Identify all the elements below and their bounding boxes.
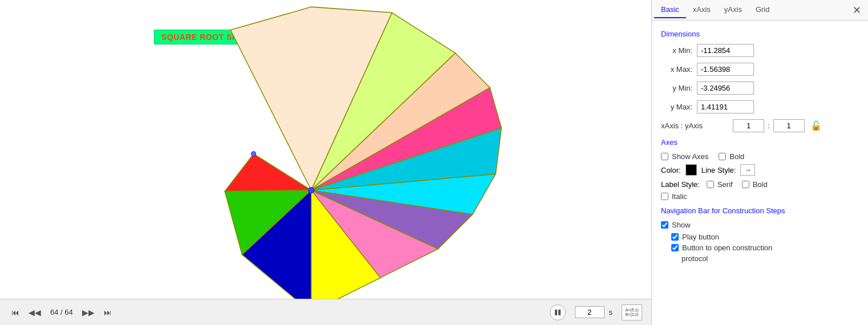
close-panel-button[interactable]: ✕ <box>848 3 866 18</box>
speed-unit-label: s <box>609 308 613 316</box>
nav-section-title: Navigation Bar for Construction Steps <box>661 206 859 215</box>
italic-row: Italic <box>661 192 859 201</box>
protocol-label: protocol <box>682 254 708 263</box>
main-canvas-area: SQUARE ROOT SPIRAL(IRRATIONAL NUMBER) <box>0 0 651 325</box>
y-ratio-input[interactable] <box>773 119 805 132</box>
x-max-label: x Max: <box>661 65 692 74</box>
show-axes-checkbox[interactable] <box>661 153 668 160</box>
show-nav-row: Show <box>661 221 859 229</box>
x-ratio-input[interactable] <box>733 119 764 132</box>
color-picker-box[interactable] <box>686 164 697 176</box>
tab-grid[interactable]: Grid <box>749 2 777 18</box>
open-construction-row: Button to open construction <box>661 243 859 252</box>
play-button-row: Play button <box>661 233 859 241</box>
pause-button[interactable] <box>550 304 566 320</box>
tab-xaxis[interactable]: xAxis <box>686 2 717 18</box>
open-construction-checkbox[interactable] <box>671 244 679 251</box>
y-min-label: y Min: <box>661 84 692 92</box>
italic-checkbox[interactable] <box>661 193 668 200</box>
label-style-row: Label Style: Serif Bold <box>661 180 859 189</box>
x-min-input[interactable] <box>697 44 754 57</box>
nav-next-button[interactable]: ▶▶ <box>80 307 97 318</box>
axes-section-title: Axes <box>661 138 859 147</box>
serif-checkbox[interactable] <box>707 181 714 188</box>
y-min-input[interactable] <box>697 82 754 95</box>
x-min-row: x Min: <box>661 44 859 57</box>
y-max-label: y Max: <box>661 103 692 111</box>
x-max-row: x Max: <box>661 63 859 76</box>
nav-prev-button[interactable]: ◀◀ <box>26 307 43 318</box>
axis-ratio-row: xAxis : yAxis : 🔓 <box>661 119 859 132</box>
open-construction-label: Button to open construction <box>682 243 772 252</box>
svg-rect-1 <box>558 310 561 315</box>
bold-axes-label: Bold <box>729 152 744 161</box>
svg-rect-0 <box>555 310 557 315</box>
serif-label: Serif <box>717 180 733 189</box>
show-axes-row: Show Axes Bold <box>661 152 859 161</box>
color-style-row: Color: Line Style: → <box>661 164 859 176</box>
italic-label: Italic <box>672 192 687 201</box>
step-display: 64 / 64 <box>50 308 73 316</box>
line-style-picker[interactable]: → <box>740 164 755 176</box>
line-style-arrow: → <box>744 166 751 174</box>
panel-tabs: Basic xAxis yAxis Grid ✕ <box>652 0 868 21</box>
panel-content: Dimensions x Min: x Max: y Min: y Max: x… <box>652 21 868 325</box>
y-max-row: y Max: <box>661 100 859 113</box>
label-style-label: Label Style: <box>661 180 700 189</box>
lock-icon[interactable]: 🔓 <box>810 120 822 131</box>
bold-axes-checkbox[interactable] <box>719 153 726 160</box>
pause-icon <box>554 309 561 316</box>
color-label: Color: <box>661 166 681 174</box>
dimensions-section-title: Dimensions <box>661 30 859 38</box>
nav-first-button[interactable]: ⏮ <box>9 307 22 318</box>
construction-icon-button[interactable]: A=(5,1)B=(3,2) <box>622 304 642 320</box>
show-axes-label: Show Axes <box>672 152 708 161</box>
line-style-label: Line Style: <box>701 166 736 174</box>
axis-ratio-label: xAxis : yAxis <box>661 121 729 130</box>
x-max-input[interactable] <box>697 63 754 76</box>
spiral-svg <box>0 0 651 325</box>
bold-label-checkbox[interactable] <box>742 181 749 188</box>
tab-basic[interactable]: Basic <box>654 2 686 18</box>
protocol-row: protocol <box>661 254 859 263</box>
right-properties-panel: Basic xAxis yAxis Grid ✕ Dimensions x Mi… <box>651 0 868 325</box>
ratio-colon: : <box>768 121 770 130</box>
bold-label: Bold <box>753 180 768 189</box>
nav-last-button[interactable]: ⏭ <box>102 307 114 318</box>
speed-input[interactable] <box>575 306 605 318</box>
y-min-row: y Min: <box>661 82 859 95</box>
spiral-center-dot <box>309 187 314 193</box>
play-button-checkbox[interactable] <box>671 233 679 241</box>
tab-yaxis[interactable]: yAxis <box>717 2 749 18</box>
show-nav-checkbox[interactable] <box>661 221 668 229</box>
y-max-input[interactable] <box>697 100 754 113</box>
bottom-controls-bar: ⏮ ◀◀ 64 / 64 ▶▶ ⏭ s A=(5,1)B=(3,2) <box>0 299 651 325</box>
navigation-section: Navigation Bar for Construction Steps Sh… <box>661 206 859 263</box>
spiral-start-dot <box>252 152 256 156</box>
show-nav-label: Show <box>672 221 691 229</box>
play-button-label: Play button <box>682 233 719 241</box>
x-min-label: x Min: <box>661 46 692 55</box>
